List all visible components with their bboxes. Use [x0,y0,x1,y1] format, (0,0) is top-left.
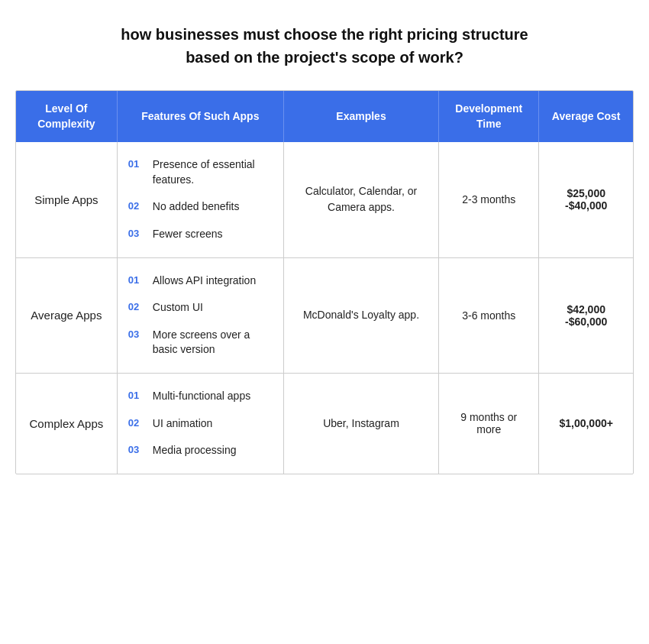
table-row: Complex Apps01Multi-functional apps02UI … [16,373,633,473]
feature-num: 01 [128,274,148,286]
cell-dev-time-2: 9 months or more [439,373,539,473]
cell-examples-0: Calculator, Calendar, or Camera apps. [283,142,438,257]
cell-examples-1: McDonald's Loyalty app. [283,257,438,373]
feature-item: 01Multi-functional apps [128,389,273,404]
feature-text: No added benefits [153,199,240,215]
cell-dev-time-1: 3-6 months [439,257,539,373]
feature-num: 02 [128,417,148,429]
feature-item: 03More screens over a basic version [128,328,273,358]
cell-cost-0: $25,000 -$40,000 [539,142,633,257]
cell-complexity-1: Average Apps [16,257,117,373]
feature-text: Media processing [153,443,237,458]
table-body: Simple Apps01Presence of essential featu… [16,142,633,474]
feature-item: 01Presence of essential features. [128,157,273,187]
cell-complexity-2: Complex Apps [16,373,117,473]
pricing-table-container: Level Of Complexity Features Of Such App… [15,90,634,474]
cell-dev-time-0: 2-3 months [439,142,539,257]
feature-text: Fewer screens [153,227,223,242]
feature-num: 01 [128,158,148,170]
feature-text: More screens over a basic version [153,328,273,358]
feature-num: 03 [128,228,148,239]
cell-cost-2: $1,00,000+ [539,373,633,473]
table-row: Average Apps01Allows API integration02Cu… [16,257,633,373]
feature-text: Presence of essential features. [153,157,273,187]
header-complexity: Level Of Complexity [16,91,117,142]
feature-text: Custom UI [153,300,203,316]
feature-num: 03 [128,328,148,340]
page-title: how businesses must choose the right pri… [15,23,634,69]
feature-text: Allows API integration [153,273,256,289]
header-examples: Examples [283,91,438,142]
page-wrapper: how businesses must choose the right pri… [15,23,634,474]
cell-features-2: 01Multi-functional apps02UI animation03M… [117,373,283,473]
feature-num: 01 [128,390,148,401]
header-cost: Average Cost [539,91,633,142]
feature-num: 03 [128,444,148,455]
feature-item: 02UI animation [128,416,273,432]
feature-num: 02 [128,301,148,312]
header-dev-time: Development Time [439,91,539,142]
cell-complexity-0: Simple Apps [16,142,117,257]
feature-item: 02No added benefits [128,199,273,215]
feature-text: UI animation [153,416,213,432]
feature-text: Multi-functional apps [153,389,250,404]
feature-item: 03Fewer screens [128,227,273,242]
feature-item: 02Custom UI [128,300,273,316]
pricing-table: Level Of Complexity Features Of Such App… [16,91,633,474]
cell-features-1: 01Allows API integration02Custom UI03Mor… [117,257,283,373]
feature-item: 01Allows API integration [128,273,273,289]
cell-features-0: 01Presence of essential features.02No ad… [117,142,283,257]
cell-cost-1: $42,000 -$60,000 [539,257,633,373]
table-row: Simple Apps01Presence of essential featu… [16,142,633,257]
feature-item: 03Media processing [128,443,273,458]
header-features: Features Of Such Apps [117,91,283,142]
cell-examples-2: Uber, Instagram [283,373,438,473]
table-header: Level Of Complexity Features Of Such App… [16,91,633,142]
feature-num: 02 [128,200,148,212]
